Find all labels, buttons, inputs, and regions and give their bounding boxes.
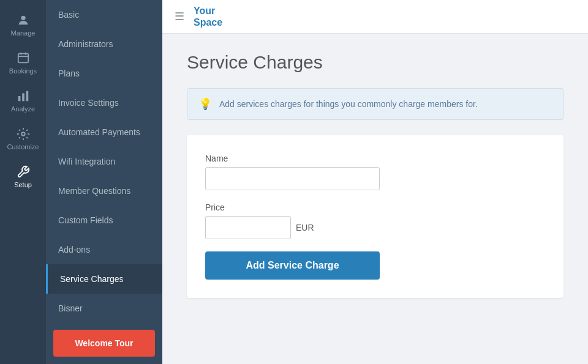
nav-item-automated-payments[interactable]: Automated Payments [46,117,162,147]
main-content: ☰ Your Space Service Charges 💡 Add servi… [162,0,588,364]
bookings-icon [17,51,30,65]
analyze-icon [17,89,30,103]
page-title: Service Charges [187,52,564,73]
nav-item-invoice-settings[interactable]: Invoice Settings [46,88,162,117]
form-card: Name Price EUR Add Service Charge [187,135,564,298]
name-input[interactable] [205,167,380,190]
nav-item-custom-fields[interactable]: Custom Fields [46,206,162,235]
nav-item-member-questions[interactable]: Member Questions [46,176,162,206]
customize-icon [17,127,30,141]
svg-rect-1 [18,54,28,63]
manage-icon [17,13,30,27]
nav-item-plans[interactable]: Plans [46,59,162,88]
app-logo: Your Space [194,5,222,28]
sidebar-icon-analyze[interactable]: Analyze [0,82,46,120]
svg-rect-5 [18,96,20,101]
price-input[interactable] [205,216,291,239]
nav-item-add-ons[interactable]: Add-ons [46,235,162,264]
page-area: Service Charges 💡 Add services charges f… [162,34,588,364]
price-form-group: Price EUR [205,202,545,239]
nav-item-service-charges[interactable]: Service Charges [46,264,162,294]
add-service-charge-button[interactable]: Add Service Charge [205,251,380,280]
sidebar-icon-manage[interactable]: Manage [0,6,46,44]
svg-point-8 [21,132,25,136]
info-text: Add services charges for things you comm… [219,99,478,109]
nav-item-wifi-integration[interactable]: Wifi Integration [46,147,162,176]
icon-sidebar: Manage Bookings Analyze Customize Setup [0,0,46,364]
price-label: Price [205,202,545,212]
name-label: Name [205,154,545,163]
welcome-tour-button[interactable]: Welcome Tour [53,330,155,357]
sidebar-icon-setup[interactable]: Setup [0,158,46,196]
name-form-group: Name [205,154,545,190]
menu-toggle-icon[interactable]: ☰ [175,10,184,23]
price-row: EUR [205,216,545,239]
nav-item-administrators[interactable]: Administrators [46,29,162,59]
topbar: ☰ Your Space [162,0,588,34]
bulb-icon: 💡 [198,97,212,111]
nav-sidebar: Basic Administrators Plans Invoice Setti… [46,0,162,364]
svg-point-0 [21,16,25,20]
nav-item-basic[interactable]: Basic [46,0,162,29]
setup-icon [17,165,30,179]
svg-rect-6 [22,93,24,101]
nav-item-bisner[interactable]: Bisner [46,294,162,323]
info-banner: 💡 Add services charges for things you co… [187,88,564,120]
sidebar-icon-bookings[interactable]: Bookings [0,44,46,82]
currency-label: EUR [296,223,314,232]
sidebar-icon-customize[interactable]: Customize [0,120,46,158]
svg-rect-7 [26,91,28,102]
